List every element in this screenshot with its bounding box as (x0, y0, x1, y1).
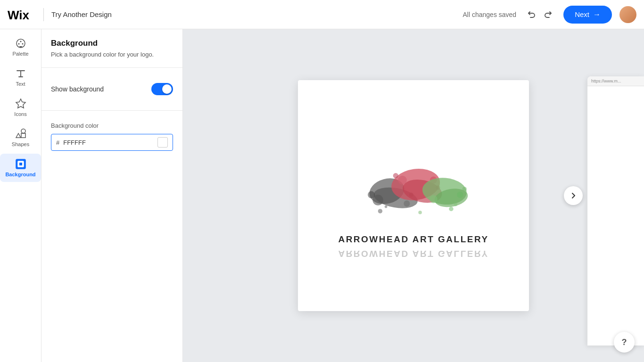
svg-point-32 (454, 203, 458, 206)
panel-title: Background (51, 39, 173, 48)
topbar-title: Try Another Design (51, 10, 112, 18)
background-label: Background (5, 172, 35, 177)
undo-button[interactable] (524, 7, 539, 22)
logo-text-main: ARROWHEAD ART GALLERY (338, 234, 488, 245)
wix-logo: Wix (8, 8, 36, 21)
browser-content (587, 86, 644, 346)
redo-button[interactable] (541, 7, 556, 22)
show-background-toggle[interactable] (151, 83, 173, 95)
color-section: Background color # (41, 116, 182, 160)
sidebar-item-shapes[interactable]: Shapes (0, 123, 41, 152)
next-preview-arrow[interactable] (564, 186, 583, 205)
topbar-divider (43, 8, 44, 21)
shapes-icon (15, 128, 26, 140)
svg-point-3 (18, 43, 19, 45)
topbar-right: All changes saved Next → (463, 6, 636, 24)
browser-mockup: https://www.m... (587, 76, 644, 346)
avatar[interactable] (619, 6, 636, 23)
svg-point-29 (418, 211, 422, 214)
svg-rect-6 (21, 133, 25, 138)
color-label: Background color (51, 122, 173, 129)
svg-point-20 (393, 173, 398, 178)
text-label: Text (16, 81, 25, 87)
star-icon (15, 98, 26, 109)
panel-divider-2 (41, 110, 182, 111)
sidebar-item-text[interactable]: Text (0, 63, 41, 91)
show-background-row: Show background (51, 79, 173, 99)
color-hex-input[interactable] (63, 139, 154, 146)
sidebar-item-palette[interactable]: Palette (0, 33, 41, 61)
svg-text:Wix: Wix (8, 8, 30, 21)
saved-status: All changes saved (463, 11, 517, 18)
svg-point-2 (20, 41, 21, 42)
svg-point-27 (462, 187, 467, 191)
canvas-area: ARROWHEAD ART GALLERY ARROWHEAD ART GALL… (183, 29, 644, 362)
svg-point-25 (429, 195, 438, 203)
show-background-label: Show background (51, 85, 104, 93)
sidebar-item-background[interactable]: Background (0, 154, 41, 182)
panel-divider-1 (41, 67, 182, 68)
svg-rect-10 (19, 163, 22, 165)
svg-point-28 (378, 209, 382, 213)
hash-symbol: # (56, 139, 59, 146)
icons-label: Icons (14, 111, 26, 117)
svg-marker-5 (16, 99, 25, 108)
svg-point-19 (398, 176, 407, 185)
text-icon (15, 68, 26, 79)
svg-point-15 (404, 200, 410, 206)
logo-text-mirror: ARROWHEAD ART GALLERY (338, 248, 488, 259)
sidebar-item-icons[interactable]: Icons (0, 93, 41, 122)
svg-point-30 (449, 207, 453, 211)
panel-subtitle: Pick a background color for your logo. (51, 51, 173, 58)
svg-point-4 (22, 43, 23, 45)
settings-panel: Background Pick a background color for y… (41, 29, 183, 362)
palette-label: Palette (12, 51, 28, 57)
icon-sidebar: Palette Text Icons Shapes (0, 29, 41, 362)
logo-wrapper: ARROWHEAD ART GALLERY ARROWHEAD ART GALL… (333, 130, 494, 262)
redo-icon (544, 10, 553, 19)
browser-url-bar: https://www.m... (587, 76, 644, 86)
background-icon (15, 158, 26, 170)
wix-logo-svg: Wix (8, 8, 36, 21)
svg-point-7 (21, 129, 25, 133)
next-arrow-icon: → (593, 10, 601, 19)
topbar-left: Wix Try Another Design (8, 8, 112, 21)
undo-redo-group (524, 7, 556, 22)
panel-header: Background Pick a background color for y… (41, 29, 182, 62)
svg-point-14 (368, 191, 375, 198)
help-label: ? (622, 337, 627, 347)
shapes-label: Shapes (12, 141, 29, 147)
color-swatch[interactable] (157, 137, 168, 148)
next-button[interactable]: Next → (563, 6, 612, 24)
show-background-section: Show background (41, 74, 182, 105)
main-layout: Palette Text Icons Shapes (0, 29, 644, 362)
paint-splash-svg (338, 144, 489, 247)
color-input-row[interactable]: # (51, 134, 173, 151)
svg-point-31 (385, 206, 388, 208)
undo-icon (527, 10, 536, 19)
help-button[interactable]: ? (614, 332, 635, 353)
topbar: Wix Try Another Design All changes saved (0, 0, 644, 29)
logo-preview-card: ARROWHEAD ART GALLERY ARROWHEAD ART GALL… (298, 80, 529, 311)
next-label: Next (575, 10, 589, 18)
toggle-thumb (162, 84, 172, 94)
svg-point-26 (457, 192, 463, 198)
palette-icon (15, 38, 26, 49)
chevron-right-icon (569, 191, 578, 200)
